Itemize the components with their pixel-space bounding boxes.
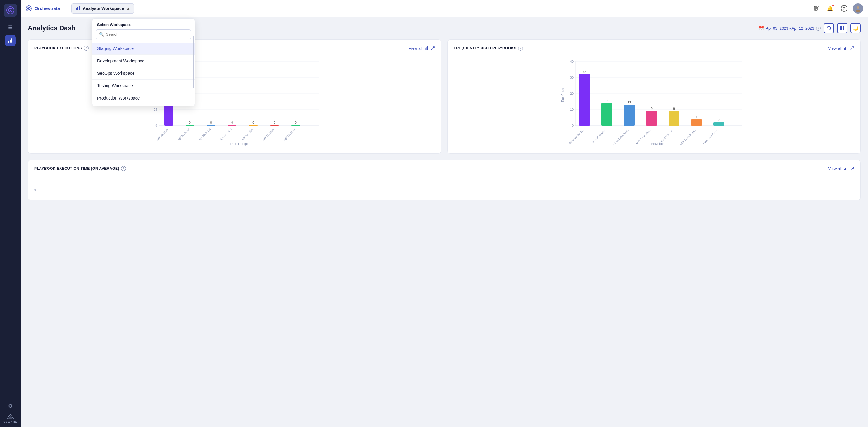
svg-text:0: 0 [274, 121, 275, 124]
svg-text:14: 14 [605, 99, 609, 102]
fu-info-icon[interactable]: i [518, 46, 523, 51]
frequently-used-header: FREQUENTLY USED PLAYBOOKS i View all [454, 46, 855, 51]
svg-text:Run Count: Run Count [561, 88, 564, 102]
svg-text:0: 0 [210, 121, 212, 124]
pet-info-icon[interactable]: i [121, 166, 126, 171]
svg-rect-27 [427, 46, 428, 50]
svg-text:0: 0 [189, 121, 191, 124]
workspace-item-label: Staging Workspace [97, 46, 134, 51]
cyware-logo: CYWARE [3, 414, 17, 423]
svg-rect-24 [843, 28, 844, 30]
svg-text:40: 40 [570, 60, 574, 63]
app-brand: Orchestrate [25, 5, 68, 12]
main-area: Orchestrate Analysts Workspace ▲ Select … [21, 0, 868, 427]
svg-text:Generate the da...: Generate the da... [568, 128, 585, 145]
svg-text:Get IOC details...: Get IOC details... [591, 128, 607, 144]
svg-text:9: 9 [651, 107, 652, 111]
svg-text:Apr 09, 2023: Apr 09, 2023 [219, 128, 233, 141]
svg-text:2: 2 [718, 118, 720, 122]
svg-rect-21 [840, 26, 842, 28]
svg-text:0: 0 [572, 124, 574, 127]
frequently-used-card: FREQUENTLY USED PLAYBOOKS i View all [447, 39, 861, 154]
app-name: Orchestrate [34, 6, 60, 11]
svg-rect-45 [207, 125, 215, 126]
svg-text:Playbooks: Playbooks [651, 142, 666, 146]
svg-text:0: 0 [295, 121, 297, 124]
svg-rect-65 [846, 46, 847, 50]
dropdown-divider-4 [92, 92, 195, 92]
user-avatar[interactable] [853, 3, 863, 13]
svg-text:PL and enrichme...: PL and enrichme... [612, 128, 629, 145]
svg-rect-3 [8, 41, 9, 43]
refresh-btn[interactable] [824, 23, 834, 33]
workspace-search-input[interactable] [96, 29, 191, 39]
app-logo[interactable] [4, 4, 17, 17]
frequently-used-title: FREQUENTLY USED PLAYBOOKS i [454, 46, 523, 51]
workspace-item-production[interactable]: Production Workspace [92, 93, 195, 103]
pe-view-all[interactable]: View all [409, 46, 435, 51]
svg-rect-11 [76, 8, 76, 10]
pe-info-icon[interactable]: i [84, 46, 89, 51]
help-icon: ? [841, 5, 847, 12]
workspace-item-label: Production Workspace [97, 96, 140, 100]
svg-point-2 [10, 10, 11, 11]
svg-rect-13 [79, 6, 80, 10]
search-icon: 🔍 [99, 32, 104, 37]
layout-btn[interactable] [837, 23, 847, 33]
svg-text:Apr 10, 2023: Apr 10, 2023 [241, 128, 254, 141]
workspace-selector-container: Analysts Workspace ▲ Select Workspace 🔍 … [71, 3, 134, 13]
svg-text:Apr 11, 2023: Apr 11, 2023 [262, 128, 275, 141]
topbar-right-actions: 🔔 ? [811, 3, 863, 13]
svg-text:Hash Conversion...: Hash Conversion... [634, 128, 652, 146]
svg-rect-4 [10, 40, 10, 43]
svg-text:USR One's Playb...: USR One's Playb... [679, 128, 697, 146]
moon-icon: 🌙 [853, 26, 858, 31]
workspace-item-staging[interactable]: Staging Workspace [92, 43, 195, 54]
svg-text:0: 0 [155, 124, 157, 127]
nav-analytics-icon[interactable] [5, 35, 16, 46]
svg-rect-63 [844, 49, 845, 50]
svg-text:0: 0 [252, 121, 254, 124]
workspace-item-development[interactable]: Development Workspace [92, 55, 195, 66]
nav-settings-icon[interactable]: ⚙ [5, 400, 16, 411]
svg-rect-51 [270, 125, 279, 126]
svg-rect-81 [601, 103, 612, 126]
svg-rect-43 [186, 125, 194, 126]
workspace-selector[interactable]: Analysts Workspace ▲ [71, 3, 134, 13]
svg-rect-47 [228, 125, 236, 126]
dropdown-divider-1 [92, 55, 195, 55]
help-btn[interactable]: ? [839, 3, 849, 13]
svg-text:10: 10 [570, 108, 574, 111]
svg-rect-26 [426, 47, 427, 50]
pet-chart-stub: 6 [34, 176, 855, 194]
workspace-list: Staging Workspace Development Workspace … [92, 42, 195, 106]
fu-chart-svg: 40 30 20 10 0 Run Count 32 14 [454, 55, 855, 146]
pet-title: PLAYBOOK EXECUTION TIME (ON AVERAGE) i [34, 166, 126, 171]
svg-rect-83 [624, 105, 634, 126]
svg-rect-53 [291, 125, 300, 126]
svg-point-10 [28, 8, 29, 9]
svg-rect-22 [843, 26, 844, 28]
workspace-name: Analysts Workspace [83, 6, 124, 11]
document-icon-btn[interactable] [811, 3, 822, 13]
fu-view-all[interactable]: View all [828, 46, 855, 51]
notification-badge [832, 4, 835, 7]
nav-menu-icon[interactable]: ☰ [5, 22, 16, 33]
dark-mode-btn[interactable]: 🌙 [850, 23, 861, 33]
svg-rect-103 [846, 166, 847, 171]
calendar-icon: 📅 [759, 26, 764, 31]
page-title: Analytics Dash [28, 24, 76, 32]
svg-text:32: 32 [583, 70, 586, 73]
pet-header: PLAYBOOK EXECUTION TIME (ON AVERAGE) i V… [34, 166, 855, 171]
pet-view-all[interactable]: View all [828, 166, 855, 171]
workspace-item-testing[interactable]: Testing Workspace [92, 80, 195, 91]
notifications-btn[interactable]: 🔔 [825, 3, 835, 13]
workspace-item-label: SecOps Workspace [97, 71, 134, 75]
date-info-icon[interactable]: i [816, 26, 821, 31]
svg-rect-79 [579, 74, 590, 126]
topbar: Orchestrate Analysts Workspace ▲ Select … [21, 0, 868, 17]
svg-text:30: 30 [570, 76, 574, 79]
workspace-item-secops[interactable]: SecOps Workspace [92, 68, 195, 79]
svg-text:4: 4 [695, 115, 697, 119]
playbook-exec-time-card: PLAYBOOK EXECUTION TIME (ON AVERAGE) i V… [28, 160, 861, 200]
